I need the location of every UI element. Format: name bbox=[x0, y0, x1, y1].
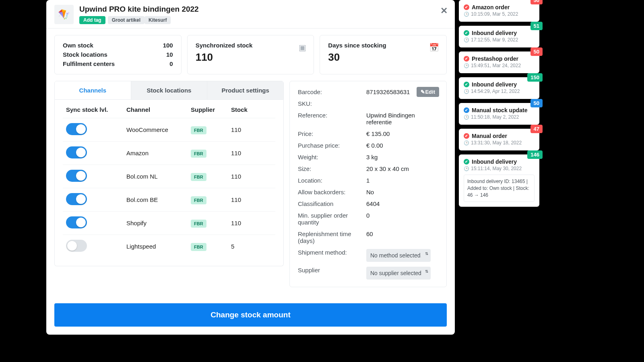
own-stock-label: Own stock bbox=[63, 42, 93, 49]
channel-row: Shopify FBR 110 bbox=[63, 211, 275, 234]
shipment-method-label: Shipment method: bbox=[298, 249, 366, 262]
detail-value: 1 bbox=[366, 177, 438, 184]
channel-name: Bol.com NL bbox=[126, 173, 191, 180]
count-badge: 47 bbox=[530, 125, 543, 133]
feed-item-time: 11:50:18, May 2, 2022 bbox=[471, 114, 519, 120]
feed-item-title: Amazon order bbox=[472, 4, 510, 10]
feed-item-title: Inbound delivery bbox=[472, 30, 517, 36]
detail-value: 3 kg bbox=[366, 154, 438, 160]
sync-stock-label: Synchronized stock bbox=[196, 42, 306, 49]
detail-value: No bbox=[366, 189, 438, 195]
detail-label: Reference: bbox=[298, 112, 366, 125]
status-icon: ✔ bbox=[464, 56, 469, 62]
feed-item[interactable]: 50 ✔Manual stock update 🕒11:50:18, May 2… bbox=[459, 103, 539, 125]
sync-toggle[interactable] bbox=[66, 193, 87, 205]
count-badge: 51 bbox=[530, 22, 543, 30]
detail-label: Allow backorders: bbox=[298, 189, 366, 195]
feed-item-time: 17:12:55, Mar 9, 2022 bbox=[471, 37, 518, 43]
count-badge: 50 bbox=[530, 99, 543, 107]
page-title: Upwind PRO kite bindingen 2022 bbox=[79, 5, 199, 14]
days-since-label: Days since stocking bbox=[328, 42, 438, 49]
edit-button[interactable]: ✎Edit bbox=[417, 87, 439, 97]
feed-item[interactable]: 47 ✔Manual order 🕒13:31:30, May 18, 2022 bbox=[459, 129, 539, 150]
clock-icon: 🕒 bbox=[464, 63, 469, 68]
feed-item[interactable]: 146 ✔Inbound delivery 🕒15:11:14, May 30,… bbox=[459, 154, 539, 207]
feed-item-detail: Inbound delivery ID: 13465 | Added to: O… bbox=[464, 175, 535, 202]
detail-value: € 135.00 bbox=[366, 130, 438, 137]
detail-label: Classification bbox=[298, 200, 366, 207]
status-icon: ✔ bbox=[464, 159, 469, 165]
channel-row: Bol.com BE FBR 110 bbox=[63, 188, 275, 211]
detail-label: Barcode: bbox=[298, 88, 366, 95]
detail-value: 60 bbox=[366, 230, 438, 244]
feed-item-title: Manual stock update bbox=[472, 107, 527, 113]
supplier-badge: FBR bbox=[191, 126, 206, 134]
supplier-select[interactable]: No supplier selected bbox=[366, 267, 431, 280]
detail-value: Upwind Bindingen referentie bbox=[366, 112, 438, 125]
count-badge: 50 bbox=[530, 47, 543, 56]
detail-value: € 0.00 bbox=[366, 142, 438, 149]
feed-item-time: 10:15:09, Mar 5, 2022 bbox=[471, 11, 518, 17]
add-tag-button[interactable]: Add tag bbox=[79, 16, 105, 24]
count-badge: 150 bbox=[527, 73, 543, 82]
fc-label: Fulfilment centers bbox=[63, 60, 115, 67]
status-icon: ✔ bbox=[464, 30, 469, 36]
channel-stock: 5 bbox=[231, 243, 263, 250]
supplier-badge: FBR bbox=[191, 243, 206, 251]
channel-stock: 110 bbox=[231, 220, 263, 226]
shipment-method-select[interactable]: No method selected. bbox=[366, 249, 431, 262]
detail-value: 20 x 30 x 40 cm bbox=[366, 165, 438, 172]
detail-value: 0 bbox=[366, 212, 438, 226]
sync-toggle[interactable] bbox=[66, 170, 87, 182]
status-icon: ✔ bbox=[464, 4, 469, 10]
feed-item-time: 13:31:30, May 18, 2022 bbox=[471, 140, 522, 146]
feed-item[interactable]: 150 ✔Inbound delivery 🕒14:54:29, Apr 12,… bbox=[459, 77, 539, 99]
col-stock: Stock bbox=[231, 106, 263, 113]
detail-label: Size: bbox=[298, 165, 366, 172]
detail-value bbox=[366, 100, 438, 107]
channel-name: Bol.com BE bbox=[126, 196, 191, 203]
feed-item-time: 15:11:14, May 30, 2022 bbox=[471, 166, 522, 171]
tab-stock-locations[interactable]: Stock locations bbox=[131, 81, 207, 99]
feed-item-time: 14:54:29, Apr 12, 2022 bbox=[471, 88, 520, 94]
status-icon: ✔ bbox=[464, 82, 469, 87]
change-stock-button[interactable]: Change stock amount bbox=[54, 303, 447, 327]
detail-label: Price: bbox=[298, 130, 366, 137]
tab-channels[interactable]: Channels bbox=[55, 81, 131, 99]
days-since-card: 📅 Days since stocking 30 bbox=[320, 35, 447, 74]
locations-label: Stock locations bbox=[63, 51, 107, 58]
sync-toggle[interactable] bbox=[66, 146, 87, 158]
days-since-value: 30 bbox=[328, 51, 438, 64]
col-sync: Sync stock lvl. bbox=[66, 106, 126, 113]
cubes-icon: ▣ bbox=[299, 43, 306, 52]
sync-toggle[interactable] bbox=[66, 240, 87, 252]
feed-item[interactable]: 50 ✔Prestashop order 🕒15:49:51, Mar 24, … bbox=[459, 51, 539, 73]
feed-item-title: Prestashop order bbox=[472, 56, 518, 62]
channel-stock: 110 bbox=[231, 126, 263, 133]
channel-name: WooCommerce bbox=[126, 126, 191, 133]
detail-label: Min. supplier order quantity bbox=[298, 212, 366, 226]
activity-feed: 50 ✔Amazon order 🕒10:15:09, Mar 5, 2022 … bbox=[459, 0, 539, 335]
channel-row: Bol.com NL FBR 110 bbox=[63, 165, 275, 188]
detail-label: Location: bbox=[298, 177, 366, 184]
feed-item-title: Manual order bbox=[472, 133, 507, 139]
clock-icon: 🕒 bbox=[464, 166, 469, 171]
status-icon: ✔ bbox=[464, 107, 469, 113]
sync-toggle[interactable] bbox=[66, 216, 87, 228]
col-channel: Channel bbox=[126, 106, 191, 113]
product-modal: ✕ 🪁 Upwind PRO kite bindingen 2022 Add t… bbox=[46, 0, 455, 335]
feed-item[interactable]: 50 ✔Amazon order 🕒10:15:09, Mar 5, 2022 bbox=[459, 0, 539, 22]
tag-pill[interactable]: Kitesurf bbox=[144, 16, 171, 24]
clock-icon: 🕒 bbox=[464, 37, 469, 43]
supplier-badge: FBR bbox=[191, 196, 206, 204]
feed-item[interactable]: 51 ✔Inbound delivery 🕒17:12:55, Mar 9, 2… bbox=[459, 26, 539, 47]
count-badge: 50 bbox=[530, 0, 543, 4]
sync-toggle[interactable] bbox=[66, 123, 87, 135]
tag-pill[interactable]: Groot artikel bbox=[108, 16, 144, 24]
channel-row: WooCommerce FBR 110 bbox=[63, 118, 275, 141]
tab-product-settings[interactable]: Product settings bbox=[207, 81, 283, 99]
own-stock-value: 100 bbox=[163, 42, 173, 49]
feed-item-title: Inbound delivery bbox=[472, 81, 517, 88]
channel-row: Lightspeed FBR 5 bbox=[63, 234, 275, 258]
detail-value: 6404 bbox=[366, 200, 438, 207]
